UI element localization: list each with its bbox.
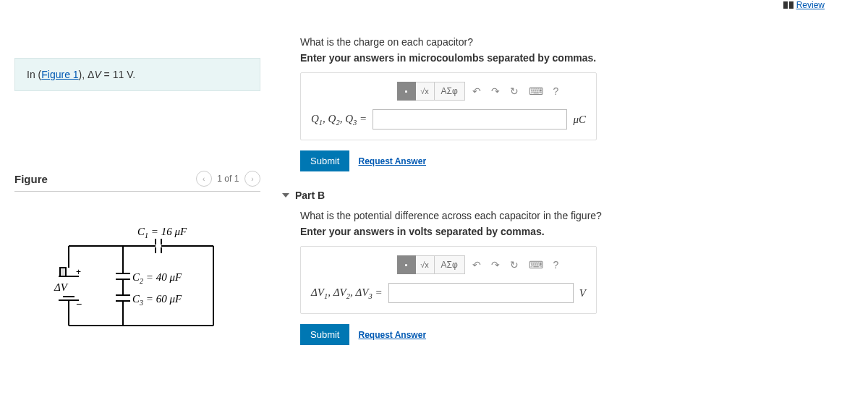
part-b-unit: V	[579, 287, 586, 300]
redo-icon[interactable]: ↷	[488, 85, 503, 97]
part-b-header[interactable]: Part B	[282, 190, 817, 201]
undo-icon[interactable]: ↶	[469, 259, 484, 271]
part-b-instructions: Enter your answers in volts separated by…	[275, 226, 817, 237]
part-a-lhs: Q1, Q2, Q3 =	[311, 113, 367, 127]
part-a-answer-box: ▪ √x ΑΣφ ↶ ↷ ↻ ⌨ ? Q1, Q2, Q3 = μC	[300, 72, 597, 140]
part-a-question: What is the charge on each capacitor?	[275, 36, 817, 48]
part-a-submit-button[interactable]: Submit	[300, 150, 349, 171]
keyboard-icon[interactable]: ⌨	[526, 85, 546, 97]
part-b-title: Part B	[295, 190, 325, 201]
circuit-diagram: + −	[14, 210, 260, 354]
reset-icon[interactable]: ↻	[507, 259, 522, 271]
greek-icon[interactable]: ΑΣφ	[435, 255, 465, 274]
info-suffix: ), ΔV = 11 V.	[79, 69, 136, 80]
part-b-submit-button[interactable]: Submit	[300, 324, 349, 345]
part-a-request-answer[interactable]: Request Answer	[358, 156, 426, 166]
problem-info: In (Figure 1), ΔV = 11 V.	[14, 58, 260, 91]
svg-text:+: +	[76, 267, 81, 277]
part-b-toolbar: ▪ √x ΑΣφ ↶ ↷ ↻ ⌨ ?	[373, 255, 586, 274]
svg-text:C1 = 16 μF: C1 = 16 μF	[137, 226, 187, 239]
svg-text:ΔV: ΔV	[54, 281, 69, 293]
part-a-instructions: Enter your answers in microcoulombs sepa…	[275, 52, 817, 64]
greek-icon[interactable]: ΑΣφ	[435, 82, 465, 101]
redo-icon[interactable]: ↷	[488, 259, 503, 271]
figure-1-link[interactable]: Figure 1	[41, 69, 78, 80]
part-b-question: What is the potential difference across …	[275, 210, 817, 221]
help-icon[interactable]: ?	[550, 85, 562, 97]
part-b: Part B What is the potential difference …	[275, 190, 817, 345]
sqrt-icon[interactable]: √x	[416, 255, 435, 274]
template-icon[interactable]: ▪	[397, 255, 416, 274]
figure-count: 1 of 1	[217, 174, 239, 184]
undo-icon[interactable]: ↶	[469, 85, 484, 97]
info-prefix: In (	[27, 69, 41, 80]
part-b-lhs: ΔV1, ΔV2, ΔV3 =	[311, 286, 383, 300]
caret-down-icon	[282, 193, 289, 198]
svg-text:−: −	[76, 298, 82, 310]
part-b-input[interactable]	[388, 283, 574, 303]
review-link[interactable]: Review	[783, 0, 825, 10]
svg-text:C3 = 60 μF: C3 = 60 μF	[132, 293, 182, 307]
part-b-request-answer[interactable]: Request Answer	[358, 330, 426, 340]
help-icon[interactable]: ?	[550, 259, 562, 271]
figure-heading: Figure	[14, 173, 48, 185]
keyboard-icon[interactable]: ⌨	[526, 259, 546, 271]
figure-next-button[interactable]: ›	[244, 171, 260, 187]
part-a-input[interactable]	[373, 109, 567, 129]
part-a-unit: μC	[573, 114, 586, 126]
sqrt-icon[interactable]: √x	[416, 82, 435, 101]
part-a-toolbar: ▪ √x ΑΣφ ↶ ↷ ↻ ⌨ ?	[373, 82, 586, 101]
figure-prev-button[interactable]: ‹	[196, 171, 212, 187]
part-b-answer-box: ▪ √x ΑΣφ ↶ ↷ ↻ ⌨ ? ΔV1, ΔV2, ΔV3 = V	[300, 246, 597, 314]
svg-text:C2 = 40 μF: C2 = 40 μF	[132, 271, 182, 285]
part-a: What is the charge on each capacitor? En…	[275, 36, 817, 171]
template-icon[interactable]: ▪	[397, 82, 416, 101]
reset-icon[interactable]: ↻	[507, 85, 522, 97]
svg-rect-0	[60, 268, 66, 276]
